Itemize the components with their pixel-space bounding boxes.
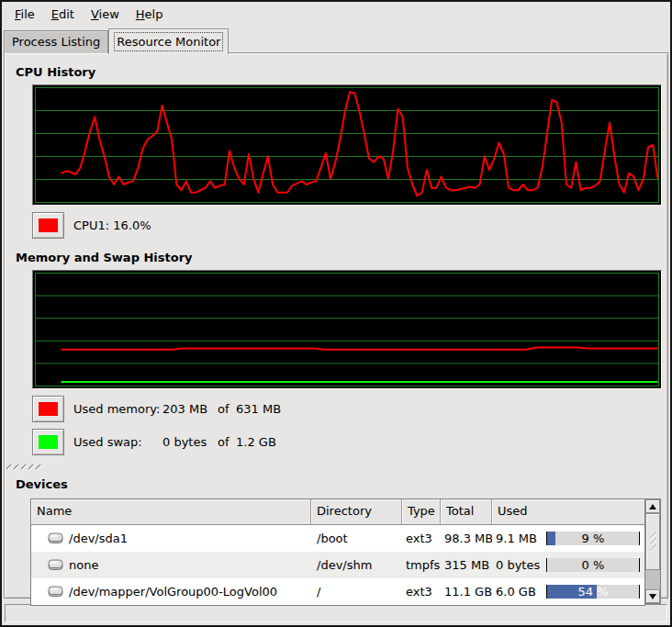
device-used: 9.1 MB bbox=[496, 532, 537, 545]
device-used: 0 bytes bbox=[496, 558, 540, 572]
arrow-up-icon bbox=[649, 504, 656, 509]
menu-edit[interactable]: Edit bbox=[43, 5, 83, 24]
statusbar bbox=[5, 604, 667, 622]
used-swap-of: of bbox=[218, 435, 236, 449]
used-swap-label: Used swap: bbox=[73, 435, 162, 449]
menu-view[interactable]: View bbox=[83, 5, 128, 24]
used-memory-color-button[interactable] bbox=[32, 396, 64, 422]
device-usage-progressbar: 9 % bbox=[546, 532, 640, 545]
device-row-none[interactable]: none /dev/shm tmpfs 315 MB 0 bytes 0 % bbox=[31, 552, 644, 578]
hard-disk-icon bbox=[48, 532, 63, 544]
used-memory-label: Used memory: bbox=[73, 402, 162, 416]
menubar: File Edit View Help bbox=[2, 2, 670, 27]
scroll-down-button[interactable] bbox=[645, 589, 660, 603]
scrollbar-thumb[interactable] bbox=[645, 513, 660, 570]
device-type: ext3 bbox=[402, 585, 441, 599]
device-used: 6.0 GB bbox=[496, 585, 536, 599]
menu-file[interactable]: File bbox=[6, 5, 43, 24]
device-name: /dev/sda1 bbox=[69, 532, 128, 545]
devices-table: Name Directory Type Total Used /dev/sda1 bbox=[30, 498, 645, 606]
tab-bar: Process Listing Resource Monitor bbox=[2, 27, 670, 53]
device-directory: /boot bbox=[311, 532, 402, 545]
used-swap-color-swatch bbox=[39, 435, 58, 449]
tab-process-listing-label: Process Listing bbox=[12, 35, 100, 49]
used-swap-color-button[interactable] bbox=[32, 429, 64, 455]
device-directory: / bbox=[311, 585, 402, 599]
thumb-grip-icon bbox=[649, 531, 657, 553]
pane-resize-grip[interactable] bbox=[5, 463, 45, 471]
used-memory-legend: Used memory:203 MBof631 MB bbox=[73, 402, 281, 416]
column-header-name[interactable]: Name bbox=[31, 499, 311, 524]
progress-percent-label: 9 % bbox=[547, 532, 639, 545]
tab-process-listing[interactable]: Process Listing bbox=[4, 30, 108, 53]
system-monitor-window: File Edit View Help Process Listing Reso… bbox=[0, 0, 672, 627]
device-type: ext3 bbox=[402, 532, 441, 545]
column-header-type[interactable]: Type bbox=[402, 499, 441, 524]
tab-resource-monitor[interactable]: Resource Monitor bbox=[108, 28, 229, 54]
cpu-history-plot bbox=[33, 85, 661, 205]
arrow-down-icon bbox=[649, 594, 656, 599]
devices-table-header: Name Directory Type Total Used bbox=[31, 499, 644, 525]
cpu-history-chart bbox=[32, 84, 662, 206]
devices-table-wrap: Name Directory Type Total Used /dev/sda1 bbox=[30, 498, 667, 606]
device-row-volgroup[interactable]: /dev/mapper/VolGroup00-LogVol00 / ext3 1… bbox=[31, 578, 644, 605]
memory-swap-history-chart bbox=[32, 270, 662, 389]
cpu-legend-row: CPU1: 16.0% bbox=[32, 212, 667, 239]
memory-swap-plot bbox=[33, 271, 661, 388]
column-header-directory[interactable]: Directory bbox=[311, 499, 402, 524]
scrollbar-trough[interactable] bbox=[645, 570, 660, 589]
scroll-up-button[interactable] bbox=[645, 499, 660, 513]
progress-percent-label: 0 % bbox=[547, 558, 639, 572]
cpu1-legend-label: CPU1: 16.0% bbox=[73, 218, 151, 232]
device-usage-progressbar: 54 % bbox=[546, 585, 640, 599]
used-memory-legend-row: Used memory:203 MBof631 MB bbox=[32, 396, 667, 422]
device-directory: /dev/shm bbox=[311, 558, 402, 572]
device-name: none bbox=[69, 558, 98, 572]
used-memory-of: of bbox=[218, 402, 236, 416]
device-total: 98.3 MB bbox=[441, 532, 492, 545]
used-swap-legend-row: Used swap:0 bytesof1.2 GB bbox=[32, 429, 667, 455]
memory-swap-history-title: Memory and Swap History bbox=[16, 251, 667, 266]
cpu1-color-swatch bbox=[39, 218, 58, 232]
cpu1-color-button[interactable] bbox=[32, 212, 64, 239]
used-swap-legend: Used swap:0 bytesof1.2 GB bbox=[73, 435, 276, 449]
devices-title: Devices bbox=[16, 477, 667, 493]
device-total: 11.1 GB bbox=[441, 585, 492, 599]
menu-help[interactable]: Help bbox=[128, 5, 172, 24]
device-name: /dev/mapper/VolGroup00-LogVol00 bbox=[69, 585, 277, 599]
tab-resource-monitor-label: Resource Monitor bbox=[117, 35, 220, 49]
used-swap-value: 0 bytes bbox=[162, 435, 218, 449]
cpu-history-title: CPU History bbox=[16, 65, 667, 81]
column-header-total[interactable]: Total bbox=[441, 499, 492, 524]
used-swap-total: 1.2 GB bbox=[236, 435, 276, 449]
resource-monitor-page: CPU History CPU1: 16.0% Memory and Swap … bbox=[4, 52, 668, 599]
device-usage-progressbar: 0 % bbox=[546, 558, 640, 572]
column-header-used[interactable]: Used bbox=[492, 499, 644, 524]
device-total: 315 MB bbox=[441, 558, 492, 572]
device-row-sda1[interactable]: /dev/sda1 /boot ext3 98.3 MB 9.1 MB 9 % bbox=[31, 525, 644, 552]
progress-percent-label: 54 % bbox=[547, 585, 639, 599]
used-memory-color-swatch bbox=[39, 402, 58, 416]
used-memory-total: 631 MB bbox=[236, 402, 281, 416]
hard-disk-icon bbox=[48, 586, 63, 598]
device-type: tmpfs bbox=[402, 558, 441, 572]
hard-disk-icon bbox=[48, 559, 63, 571]
devices-vertical-scrollbar[interactable] bbox=[645, 498, 661, 604]
used-memory-value: 203 MB bbox=[162, 402, 218, 416]
